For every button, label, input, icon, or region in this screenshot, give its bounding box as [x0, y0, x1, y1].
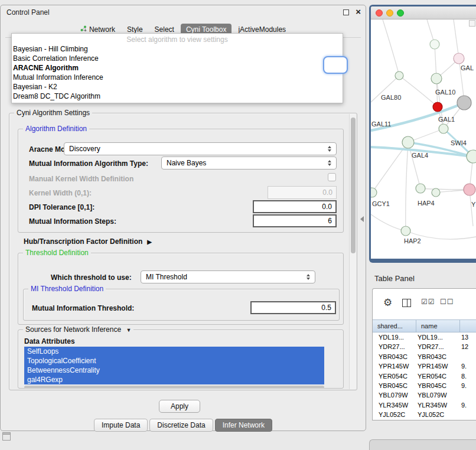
- table-cell[interactable]: YBR043C: [373, 352, 416, 361]
- network-node[interactable]: [432, 188, 440, 197]
- node-label-gal4[interactable]: GAL4: [412, 152, 428, 159]
- table-cell[interactable]: 8.: [460, 371, 476, 381]
- table-cell[interactable]: YJL052C: [373, 410, 416, 419]
- table-cell[interactable]: YER054C: [416, 371, 460, 381]
- algorithm-option[interactable]: Bayesian - K2: [12, 82, 343, 92]
- attribute-item-selected[interactable]: BetweennessCentrality: [24, 366, 324, 375]
- table-row[interactable]: YBR045C YBR045C 9.: [373, 381, 476, 390]
- network-node[interactable]: [395, 71, 403, 80]
- which-threshold-select[interactable]: MI Threshold: [141, 270, 315, 283]
- attribute-item-selected[interactable]: TopologicalCoefficient: [24, 356, 324, 366]
- column-header-name[interactable]: name: [416, 320, 460, 332]
- network-node-pink[interactable]: [464, 184, 475, 195]
- network-node[interactable]: [401, 226, 410, 236]
- network-node[interactable]: [371, 188, 377, 197]
- tab-infer-network[interactable]: Infer Network: [215, 419, 272, 432]
- table-cell[interactable]: 12: [460, 342, 476, 351]
- table-cell[interactable]: YBR045C: [373, 381, 416, 390]
- close-traffic-light[interactable]: [376, 9, 383, 17]
- zoom-traffic-light[interactable]: [397, 9, 404, 17]
- deselect-all-icon[interactable]: ☐☐: [440, 298, 454, 306]
- network-node[interactable]: [416, 184, 425, 193]
- table-cell[interactable]: YBR043C: [416, 352, 460, 361]
- node-label-hap4[interactable]: HAP4: [418, 200, 435, 207]
- mi-threshold-field[interactable]: 0.5: [250, 301, 336, 314]
- table-cell[interactable]: YDL19...: [416, 332, 460, 342]
- hub-definition-expander[interactable]: Hub/Transcription Factor Definition ▶: [24, 237, 152, 246]
- network-node-gray[interactable]: [457, 96, 471, 110]
- table-cell[interactable]: YBR045C: [416, 381, 460, 390]
- apply-button[interactable]: Apply: [159, 400, 200, 413]
- table-cell[interactable]: [460, 390, 476, 400]
- table-cell[interactable]: YDL19...: [373, 332, 416, 342]
- node-label-gal1[interactable]: GAL1: [438, 116, 455, 123]
- algorithm-option[interactable]: Basic Correlation Inference: [12, 54, 343, 63]
- algorithm-placeholder-option[interactable]: Select algorithm to view settings: [12, 35, 343, 44]
- table-cell[interactable]: 9.: [460, 400, 476, 410]
- node-label-y-cut[interactable]: Y: [471, 201, 475, 208]
- mi-type-select[interactable]: Naive Bayes: [161, 156, 337, 169]
- node-label-hap2[interactable]: HAP2: [404, 237, 421, 244]
- column-header-shared-name[interactable]: shared...: [373, 320, 416, 332]
- focused-field-fragment[interactable]: [323, 56, 348, 74]
- node-label-gal-cut[interactable]: GAL: [461, 64, 474, 71]
- minimized-panel-icon[interactable]: [2, 432, 11, 441]
- table-row[interactable]: YBR043C YBR043C: [373, 352, 476, 361]
- node-label-gcy1[interactable]: GCY1: [372, 200, 390, 207]
- tab-discretize-data[interactable]: Discretize Data: [149, 419, 213, 432]
- table-row[interactable]: YDR27... YDR27... 12: [373, 342, 476, 351]
- close-panel-icon[interactable]: ×: [356, 6, 361, 17]
- algorithm-option[interactable]: Bayesian - Hill Climbing: [12, 44, 343, 54]
- minimize-traffic-light[interactable]: [386, 9, 393, 17]
- settings-scrollbar-thumb[interactable]: [351, 118, 356, 253]
- mi-steps-field[interactable]: 6: [253, 214, 337, 227]
- manual-kernel-checkbox[interactable]: [328, 173, 336, 181]
- column-header-extra[interactable]: [460, 320, 476, 332]
- table-cell[interactable]: YBL079W: [416, 390, 460, 400]
- kernel-width-field[interactable]: 0.0: [268, 186, 337, 199]
- sources-group-title[interactable]: Sources for Network Inference ▼: [23, 325, 133, 334]
- table-row[interactable]: YJL052C YJL052C: [373, 410, 476, 419]
- attribute-item-selected[interactable]: SelfLoops: [24, 347, 324, 356]
- attribute-list-hscrollbar[interactable]: [24, 386, 324, 389]
- table-cell[interactable]: [460, 410, 476, 419]
- node-label-swi4[interactable]: SWI4: [451, 139, 467, 146]
- node-label-gal80[interactable]: GAL80: [381, 94, 401, 101]
- table-row[interactable]: YER054C YER054C 8.: [373, 371, 476, 381]
- network-node[interactable]: [431, 73, 442, 84]
- table-cell[interactable]: [460, 352, 476, 361]
- columns-icon[interactable]: [402, 299, 411, 307]
- table-cell[interactable]: 9.: [460, 381, 476, 390]
- table-row[interactable]: YLR345W YLR345W 9.: [373, 400, 476, 410]
- split-collapse-arrow[interactable]: [360, 216, 364, 222]
- network-node[interactable]: [467, 150, 476, 163]
- network-node[interactable]: [430, 40, 439, 49]
- network-node-red[interactable]: [433, 102, 442, 112]
- network-canvas[interactable]: GAL80 GAL10 GAL11 GAL1 SWI4 GAL4 GCY1 HA…: [371, 19, 476, 259]
- table-cell[interactable]: YER054C: [373, 371, 416, 381]
- network-node[interactable]: [439, 124, 448, 133]
- table-cell[interactable]: YDR27...: [416, 342, 460, 351]
- table-cell[interactable]: YPR145W: [416, 361, 460, 371]
- table-cell[interactable]: 9.: [460, 361, 476, 371]
- table-row[interactable]: YPR145W YPR145W 9.: [373, 361, 476, 371]
- float-panel-icon[interactable]: [343, 9, 349, 15]
- table-cell[interactable]: YPR145W: [373, 361, 416, 371]
- attribute-item-selected[interactable]: gal4RGexp: [24, 375, 324, 384]
- algorithm-option-selected[interactable]: ARACNE Algorithm: [12, 63, 343, 73]
- node-label-gal11[interactable]: GAL11: [371, 120, 391, 128]
- table-cell[interactable]: YLR345W: [416, 400, 460, 410]
- table-cell[interactable]: YLR345W: [373, 400, 416, 410]
- tab-impute-data[interactable]: Impute Data: [94, 419, 148, 432]
- algorithm-option[interactable]: Mutual Information Inference: [12, 73, 343, 82]
- table-cell[interactable]: YJL052C: [416, 410, 460, 419]
- aracne-mode-select[interactable]: Discovery: [64, 142, 337, 155]
- table-cell[interactable]: 13: [460, 332, 476, 342]
- select-all-icon[interactable]: ☑☑: [421, 298, 435, 306]
- node-label-gal10[interactable]: GAL10: [435, 89, 455, 96]
- gear-icon[interactable]: ⚙: [383, 296, 392, 309]
- table-row[interactable]: YDL19... YDL19... 13: [373, 332, 476, 342]
- table-row[interactable]: YBL079W YBL079W: [373, 390, 476, 400]
- dpi-tolerance-field[interactable]: 0.0: [253, 200, 337, 213]
- network-node[interactable]: [402, 136, 414, 148]
